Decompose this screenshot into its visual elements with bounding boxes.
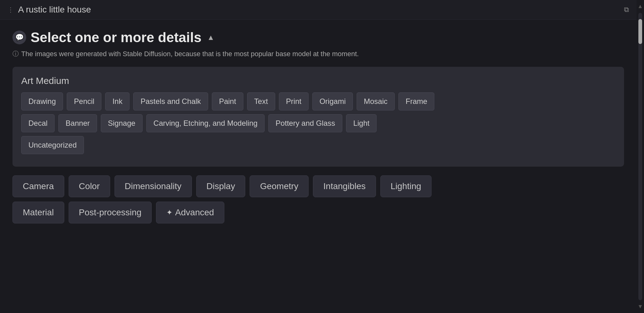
art-medium-panel: Art Medium Drawing Pencil Ink Pastels an… xyxy=(12,67,624,167)
sparkle-icon: ✦ xyxy=(166,208,173,217)
content-area: 💬 Select one or more details ▲ ⓘ The ima… xyxy=(0,20,637,313)
tag-origami[interactable]: Origami xyxy=(312,92,353,110)
tag-signage[interactable]: Signage xyxy=(101,114,143,132)
tag-light[interactable]: Light xyxy=(346,114,377,132)
tag-carving-etching[interactable]: Carving, Etching, and Modeling xyxy=(146,114,265,132)
art-medium-row1: Drawing Pencil Ink Pastels and Chalk Pai… xyxy=(21,92,615,110)
tag-drawing[interactable]: Drawing xyxy=(21,92,63,110)
main-content: ⋮ A rustic little house ⧉ 💬 Select one o… xyxy=(0,0,637,313)
info-row: ⓘ The images were generated with Stable … xyxy=(12,50,624,58)
tag-pastels-chalk[interactable]: Pastels and Chalk xyxy=(133,92,208,110)
category-lighting[interactable]: Lighting xyxy=(380,175,432,197)
scroll-track[interactable] xyxy=(638,13,642,300)
category-buttons-row2: Material Post-processing ✦ Advanced xyxy=(12,202,624,223)
tag-ink[interactable]: Ink xyxy=(105,92,129,110)
tag-mosaic[interactable]: Mosaic xyxy=(357,92,395,110)
tag-uncategorized[interactable]: Uncategorized xyxy=(21,136,84,154)
tag-frame[interactable]: Frame xyxy=(398,92,434,110)
category-dimensionality[interactable]: Dimensionality xyxy=(115,175,192,197)
copy-icon[interactable]: ⧉ xyxy=(623,4,630,15)
top-bar: ⋮ A rustic little house ⧉ xyxy=(0,0,637,20)
tag-pencil[interactable]: Pencil xyxy=(67,92,101,110)
info-icon: ⓘ xyxy=(12,50,19,58)
category-camera[interactable]: Camera xyxy=(12,175,64,197)
section-title: Select one or more details xyxy=(31,30,202,45)
art-medium-title: Art Medium xyxy=(21,76,615,86)
scroll-down-arrow[interactable]: ▼ xyxy=(636,301,644,312)
scroll-up-arrow[interactable]: ▲ xyxy=(636,1,644,12)
info-text: The images were generated with Stable Di… xyxy=(21,50,359,58)
tag-paint[interactable]: Paint xyxy=(212,92,243,110)
category-geometry[interactable]: Geometry xyxy=(250,175,309,197)
category-color[interactable]: Color xyxy=(69,175,110,197)
category-material[interactable]: Material xyxy=(12,202,64,223)
tag-decal[interactable]: Decal xyxy=(21,114,55,132)
category-intangibles[interactable]: Intangibles xyxy=(313,175,376,197)
scroll-thumb[interactable] xyxy=(638,19,642,44)
category-post-processing[interactable]: Post-processing xyxy=(69,202,152,223)
tag-print[interactable]: Print xyxy=(279,92,309,110)
chat-bubble-icon: 💬 xyxy=(12,31,26,44)
tag-pottery-glass[interactable]: Pottery and Glass xyxy=(268,114,342,132)
tag-text[interactable]: Text xyxy=(247,92,275,110)
tag-banner[interactable]: Banner xyxy=(58,114,97,132)
art-medium-row3: Uncategorized xyxy=(21,136,615,154)
category-display[interactable]: Display xyxy=(196,175,246,197)
category-advanced[interactable]: ✦ Advanced xyxy=(156,202,224,223)
menu-dots-icon[interactable]: ⋮ xyxy=(6,5,15,15)
art-medium-row2: Decal Banner Signage Carving, Etching, a… xyxy=(21,114,615,132)
category-buttons-row1: Camera Color Dimensionality Display Geom… xyxy=(12,175,624,197)
top-bar-left: ⋮ A rustic little house xyxy=(6,5,619,15)
chevron-up-icon[interactable]: ▲ xyxy=(207,33,215,42)
top-bar-title: A rustic little house xyxy=(18,5,91,15)
advanced-label: Advanced xyxy=(175,208,214,218)
section-header: 💬 Select one or more details ▲ xyxy=(12,30,624,45)
scrollbar: ▲ ▼ xyxy=(637,0,644,313)
